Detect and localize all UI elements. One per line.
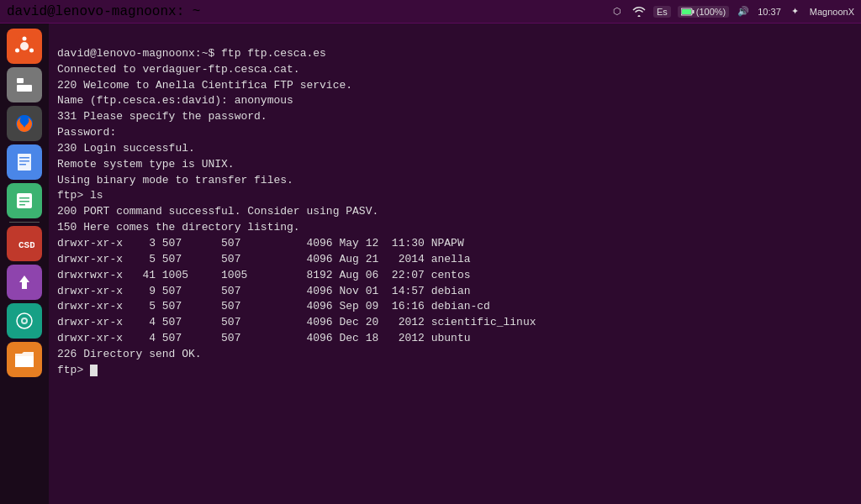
svg-rect-16 — [19, 197, 29, 199]
sidebar: CSD — [0, 24, 49, 504]
sidebar-item-csd[interactable]: CSD — [7, 226, 42, 261]
svg-point-6 — [29, 49, 34, 53]
volume-icon[interactable]: 🔊 — [736, 4, 751, 19]
svg-point-5 — [23, 37, 27, 41]
svg-rect-17 — [19, 201, 29, 202]
dropbox-icon[interactable]: ⬡ — [610, 4, 625, 19]
sidebar-item-notes[interactable] — [7, 183, 42, 218]
system-time: 10:37 — [758, 7, 781, 17]
svg-point-4 — [20, 42, 29, 50]
svg-rect-12 — [19, 157, 29, 159]
titlebar-title: david@lenovo-magnoonx: ~ — [7, 4, 200, 19]
sidebar-item-upload[interactable] — [7, 265, 42, 300]
titlebar-right: ⬡ Es (100%) 🔊 10:37 ✦ MagnoonX — [610, 4, 854, 19]
svg-rect-1 — [692, 10, 694, 13]
svg-rect-2 — [682, 9, 691, 14]
wifi-icon[interactable] — [631, 4, 647, 19]
sidebar-item-disk[interactable] — [7, 303, 42, 339]
terminal-cursor — [90, 365, 98, 376]
svg-rect-18 — [19, 204, 25, 206]
main-area: CSD david@lenovo-magnoonx:~$ ftp ftp.ces… — [0, 24, 861, 504]
svg-rect-24 — [15, 356, 34, 367]
keyboard-layout[interactable]: Es — [653, 6, 671, 18]
terminal[interactable]: david@lenovo-magnoonx:~$ ftp ftp.cesca.e… — [49, 24, 861, 504]
svg-rect-11 — [18, 154, 31, 171]
sidebar-item-folder[interactable] — [7, 342, 42, 377]
terminal-line-1: david@lenovo-magnoonx:~$ ftp ftp.cesca.e… — [57, 47, 536, 376]
svg-rect-14 — [19, 164, 26, 165]
battery-percent: (100%) — [696, 7, 726, 17]
svg-rect-8 — [17, 78, 24, 83]
sidebar-item-firefox[interactable] — [7, 106, 42, 141]
sidebar-item-files[interactable] — [7, 67, 42, 102]
battery-indicator: (100%) — [678, 6, 729, 18]
svg-point-7 — [15, 49, 19, 53]
sidebar-item-libreoffice-writer[interactable] — [7, 144, 42, 180]
svg-rect-13 — [19, 160, 29, 162]
svg-text:CSD: CSD — [18, 240, 34, 250]
svg-rect-9 — [17, 85, 32, 92]
titlebar-left: david@lenovo-magnoonx: ~ — [7, 4, 200, 19]
titlebar: david@lenovo-magnoonx: ~ ⬡ Es (100%) 🔊 — [0, 0, 861, 24]
system-username: MagnoonX — [810, 7, 854, 17]
svg-marker-20 — [19, 276, 29, 289]
sidebar-divider — [9, 222, 40, 223]
svg-point-23 — [23, 319, 26, 323]
sidebar-item-ubuntu[interactable] — [7, 29, 42, 64]
settings-icon[interactable]: ✦ — [788, 4, 803, 19]
